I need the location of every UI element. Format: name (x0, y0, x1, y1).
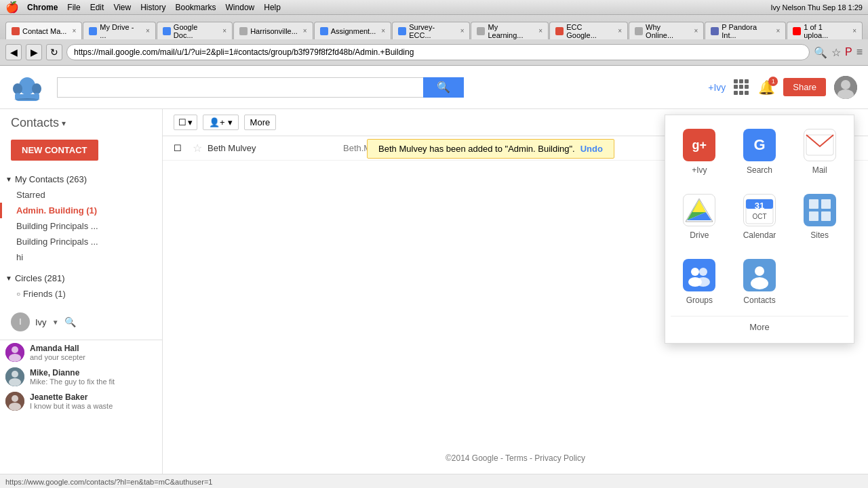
reload-button[interactable]: ↻ (46, 44, 62, 60)
forward-button[interactable]: ▶ (26, 44, 42, 60)
chat-user-2[interactable]: Jeanette Baker I know but it was a waste (0, 389, 162, 413)
tab-close-9[interactable]: × (776, 27, 780, 35)
tab-close-4[interactable]: × (381, 27, 385, 35)
history-menu[interactable]: History (140, 3, 165, 12)
tab-close-2[interactable]: × (222, 27, 226, 35)
admin-building-indicator (0, 203, 2, 218)
app-item-drive[interactable]: Drive (671, 186, 728, 248)
pinterest-icon[interactable]: P (845, 46, 852, 59)
user-row[interactable]: I Ivy ▼ 🔍 (11, 310, 151, 334)
app-icon-sites (804, 194, 836, 226)
tab-close-0[interactable]: × (72, 27, 76, 35)
file-menu[interactable]: File (67, 3, 80, 12)
apps-dropdown: g+ +Ivy G Search Mail (665, 115, 854, 344)
sidebar-item-starred[interactable]: Starred (0, 187, 162, 203)
svg-point-1 (13, 83, 22, 94)
more-button[interactable]: More (244, 115, 277, 130)
bookmarks-menu[interactable]: Bookmarks (176, 3, 216, 12)
tab-ecc-google[interactable]: ECC Google... × (549, 22, 628, 39)
friends-radio[interactable]: ○ (16, 290, 20, 298)
add-to-circles-button[interactable]: 👤+ ▾ (203, 115, 239, 130)
tab-close-8[interactable]: × (694, 27, 698, 35)
tab-favicon-5 (398, 27, 406, 35)
sidebar-item-building-principals-1[interactable]: Building Principals ... (0, 218, 162, 234)
svg-point-35 (699, 268, 707, 276)
tab-favicon-6 (477, 27, 485, 35)
chat-name-2: Jeanette Baker (30, 392, 157, 402)
tab-contact-ma[interactable]: Contact Ma... × (5, 22, 82, 39)
notification-button[interactable]: 🔔 1 (758, 79, 775, 96)
app-item-mail[interactable]: Mail (791, 121, 848, 183)
app-container: 🔍 +Ivy 🔔 1 Share (0, 66, 868, 474)
tab-survey[interactable]: Survey-ECC... × (392, 22, 470, 39)
menu-icon[interactable]: ≡ (856, 46, 863, 59)
tab-upload[interactable]: 1 of 1 uploa... × (787, 22, 863, 39)
avatar-image (834, 76, 857, 99)
search-input[interactable] (57, 77, 423, 98)
apps-more-button[interactable]: More (671, 316, 848, 338)
chat-msg-2: I know but it was a waste (30, 402, 157, 410)
search-icon[interactable]: 🔍 (814, 46, 827, 59)
tab-label-1: My Drive - ... (100, 23, 140, 39)
view-menu[interactable]: View (113, 3, 131, 12)
svg-point-5 (34, 93, 39, 98)
share-button[interactable]: Share (783, 78, 826, 96)
sidebar-item-friends[interactable]: ○ Friends (1) (0, 286, 162, 302)
tab-close-6[interactable]: × (538, 27, 542, 35)
contact-star[interactable]: ☆ (193, 142, 202, 155)
sidebar-item-building-principals-2[interactable]: Building Principals ... (0, 234, 162, 249)
my-contacts-arrow: ▼ (5, 176, 12, 183)
sidebar-search-icon[interactable]: 🔍 (64, 317, 76, 327)
app-item-calendar[interactable]: 31OCT Calendar (731, 186, 789, 248)
star-icon[interactable]: ☆ (831, 46, 841, 59)
tab-why-online[interactable]: Why Online... × (629, 22, 704, 39)
app-item-search[interactable]: G Search (731, 121, 789, 183)
circles-header[interactable]: ▼ Circles (281) (0, 270, 162, 286)
chat-user-1[interactable]: Mike, Dianne Mike: The guy to fix the fi… (0, 365, 162, 389)
help-menu[interactable]: Help (264, 3, 281, 12)
contacts-dropdown-arrow[interactable]: ▾ (62, 119, 66, 128)
chat-user-0[interactable]: Amanda Hall and your scepter (0, 340, 162, 365)
select-all-checkbox[interactable]: ☐ ▾ (174, 115, 197, 130)
tab-close-7[interactable]: × (618, 27, 622, 35)
user-avatar[interactable] (834, 76, 857, 99)
notification-message: Beth Mulvey has been added to "Admin. Bu… (378, 144, 575, 154)
url-bar[interactable] (66, 44, 810, 60)
tab-my-drive[interactable]: My Drive - ... × (83, 22, 156, 39)
plus-ivy-button[interactable]: +Ivy (708, 82, 726, 93)
tab-pandora[interactable]: P Pandora Int... × (705, 22, 786, 39)
svg-text:31: 31 (755, 201, 764, 211)
undo-button[interactable]: Undo (580, 144, 603, 154)
tab-close-5[interactable]: × (460, 27, 465, 35)
window-menu[interactable]: Window (226, 3, 255, 12)
back-button[interactable]: ◀ (5, 44, 22, 60)
sidebar-item-admin-building[interactable]: Admin. Building (1) (0, 203, 162, 218)
app-item-groups[interactable]: Groups (671, 251, 728, 313)
app-icon-drive (683, 194, 715, 226)
apple-menu[interactable]: 🍎 (5, 1, 19, 14)
tab-harrisonville[interactable]: Harrisonville... × (233, 22, 313, 39)
my-contacts-header[interactable]: ▼ My Contacts (263) (0, 171, 162, 187)
svg-rect-32 (821, 211, 831, 221)
contact-checkbox[interactable]: ☐ (174, 143, 187, 153)
apps-grid-button[interactable] (734, 79, 750, 96)
tab-assignment[interactable]: Assignment... × (314, 22, 391, 39)
sidebar-avatar: I (11, 312, 30, 331)
app-item-sites[interactable]: Sites (791, 186, 848, 248)
sidebar-item-hi[interactable]: hi (0, 249, 162, 265)
edit-menu[interactable]: Edit (90, 3, 104, 12)
app-item-plus-ivy[interactable]: g+ +Ivy (671, 121, 728, 183)
tab-close-3[interactable]: × (303, 27, 307, 35)
search-button[interactable]: 🔍 (423, 77, 464, 98)
tab-learning[interactable]: My Learning... × (471, 22, 549, 39)
svg-point-10 (12, 346, 18, 353)
tab-close-10[interactable]: × (852, 27, 856, 35)
add-circles-arrow: ▾ (228, 117, 233, 127)
svg-point-11 (9, 354, 21, 362)
chrome-menu[interactable]: Chrome (27, 3, 58, 12)
new-contact-button[interactable]: NEW CONTACT (11, 140, 98, 161)
app-item-contacts[interactable]: Contacts (731, 251, 789, 313)
tab-google-doc[interactable]: Google Doc... × (157, 22, 233, 39)
mac-menubar: 🍎 Chrome File Edit View History Bookmark… (0, 0, 868, 15)
tab-close-1[interactable]: × (146, 27, 150, 35)
